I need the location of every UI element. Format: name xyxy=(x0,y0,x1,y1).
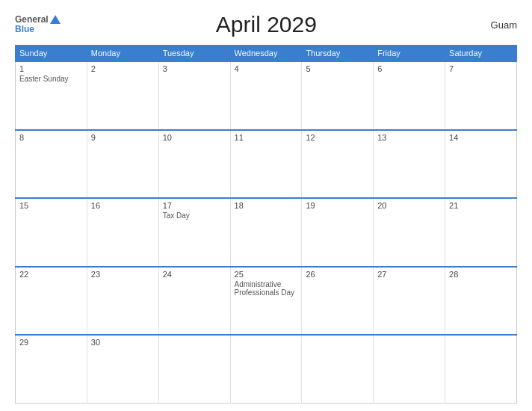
day-number: 7 xyxy=(449,64,513,73)
day-number: 13 xyxy=(377,133,441,142)
header-thursday: Thursday xyxy=(302,46,374,62)
table-row xyxy=(445,335,517,404)
day-number: 10 xyxy=(163,133,226,142)
calendar-week-row: 151617Tax Day18192021 xyxy=(16,198,517,267)
table-row: 4 xyxy=(230,61,302,130)
calendar-title: April 2029 xyxy=(61,12,472,37)
day-number: 3 xyxy=(163,64,226,73)
page: General Blue April 2029 Guam Sunday Mond… xyxy=(0,0,532,411)
table-row: 5 xyxy=(302,61,374,130)
day-number: 6 xyxy=(377,64,441,73)
table-row: 28 xyxy=(445,267,517,336)
table-row: 29 xyxy=(16,335,87,404)
day-number: 1 xyxy=(19,64,83,73)
header: General Blue April 2029 Guam xyxy=(15,12,517,37)
logo: General Blue xyxy=(15,15,61,34)
table-row: 20 xyxy=(374,198,445,267)
day-event: Administrative Professionals Day xyxy=(235,280,298,297)
table-row: 26 xyxy=(302,267,374,336)
day-number: 20 xyxy=(377,201,441,210)
table-row: 15 xyxy=(16,198,87,267)
header-sunday: Sunday xyxy=(16,46,87,62)
calendar-week-row: 891011121314 xyxy=(16,130,517,199)
table-row: 25Administrative Professionals Day xyxy=(230,267,302,336)
table-row: 21 xyxy=(445,198,517,267)
table-row: 16 xyxy=(87,198,158,267)
region-label: Guam xyxy=(472,19,517,31)
day-number: 4 xyxy=(235,64,298,73)
table-row: 11 xyxy=(230,130,302,199)
day-number: 23 xyxy=(91,270,155,279)
day-number: 8 xyxy=(19,133,83,142)
table-row: 18 xyxy=(230,198,302,267)
table-row: 17Tax Day xyxy=(158,198,230,267)
day-number: 11 xyxy=(235,133,298,142)
day-number: 9 xyxy=(91,133,155,142)
day-number: 21 xyxy=(449,201,513,210)
table-row: 8 xyxy=(16,130,87,199)
calendar-week-row: 22232425Administrative Professionals Day… xyxy=(16,267,517,336)
header-wednesday: Wednesday xyxy=(230,46,302,62)
table-row: 1Easter Sunday xyxy=(16,61,87,130)
table-row xyxy=(374,335,445,404)
table-row: 13 xyxy=(374,130,445,199)
day-number: 18 xyxy=(235,201,298,210)
table-row xyxy=(158,335,230,404)
day-number: 30 xyxy=(91,338,155,347)
table-row: 2 xyxy=(87,61,158,130)
header-tuesday: Tuesday xyxy=(158,46,230,62)
logo-triangle-icon xyxy=(50,15,61,24)
table-row: 14 xyxy=(445,130,517,199)
table-row: 12 xyxy=(302,130,374,199)
days-header-row: Sunday Monday Tuesday Wednesday Thursday… xyxy=(16,46,517,62)
table-row: 19 xyxy=(302,198,374,267)
calendar-week-row: 2930 xyxy=(16,335,517,404)
day-number: 27 xyxy=(377,270,441,279)
day-event: Easter Sunday xyxy=(19,75,83,83)
day-number: 26 xyxy=(306,270,369,279)
calendar-table: Sunday Monday Tuesday Wednesday Thursday… xyxy=(15,45,517,404)
table-row: 23 xyxy=(87,267,158,336)
day-number: 14 xyxy=(449,133,513,142)
day-number: 19 xyxy=(306,201,369,210)
table-row: 7 xyxy=(445,61,517,130)
table-row: 22 xyxy=(16,267,87,336)
table-row: 24 xyxy=(158,267,230,336)
day-number: 29 xyxy=(19,338,83,347)
day-number: 25 xyxy=(235,270,298,279)
day-number: 5 xyxy=(306,64,369,73)
header-saturday: Saturday xyxy=(445,46,517,62)
header-friday: Friday xyxy=(374,46,445,62)
day-number: 12 xyxy=(306,133,369,142)
table-row: 30 xyxy=(87,335,158,404)
table-row: 6 xyxy=(374,61,445,130)
table-row xyxy=(230,335,302,404)
header-monday: Monday xyxy=(87,46,158,62)
day-number: 15 xyxy=(19,201,83,210)
day-number: 24 xyxy=(163,270,226,279)
table-row: 9 xyxy=(87,130,158,199)
table-row: 27 xyxy=(374,267,445,336)
table-row xyxy=(302,335,374,404)
logo-blue-text: Blue xyxy=(15,25,61,34)
day-number: 22 xyxy=(19,270,83,279)
day-event: Tax Day xyxy=(163,211,226,220)
day-number: 28 xyxy=(449,270,513,279)
day-number: 2 xyxy=(91,64,155,73)
calendar-week-row: 1Easter Sunday234567 xyxy=(16,61,517,130)
table-row: 3 xyxy=(158,61,230,130)
day-number: 17 xyxy=(163,201,226,210)
table-row: 10 xyxy=(158,130,230,199)
day-number: 16 xyxy=(91,201,155,210)
